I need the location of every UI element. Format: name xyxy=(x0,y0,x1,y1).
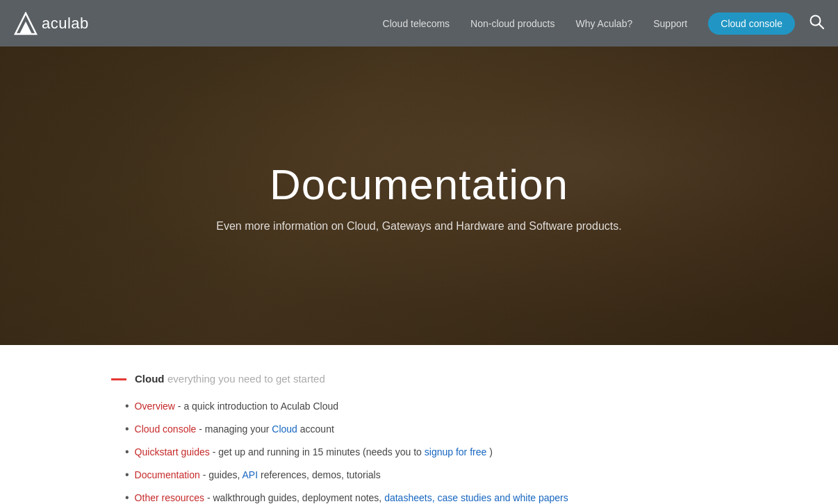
cloud-console-link[interactable]: Cloud console xyxy=(135,423,197,435)
svg-line-3 xyxy=(819,24,824,29)
cloud-console-button[interactable]: Cloud console xyxy=(708,12,795,35)
list-item: Documentation - guides, API references, … xyxy=(125,468,727,482)
list-item: Overview - a quick introduction to Acula… xyxy=(125,399,727,414)
nav-support[interactable]: Support xyxy=(653,18,687,29)
documentation-text2: references, demos, tutorials xyxy=(261,469,381,480)
documentation-text1: - guides, xyxy=(203,469,243,480)
other-resources-text1: - walkthrough guides, deployment notes, xyxy=(207,492,384,503)
section-dash-icon xyxy=(111,378,126,380)
content-section: Cloud everything you need to get started… xyxy=(0,345,838,504)
section-cloud-label: Cloud everything you need to get started xyxy=(135,373,325,385)
overview-text: - a quick introduction to Aculab Cloud xyxy=(178,401,338,412)
section-subtitle: everything you need to get started xyxy=(167,373,325,385)
quickstart-text1: - get up and running in 15 minutes (need… xyxy=(213,446,425,457)
overview-link[interactable]: Overview xyxy=(135,401,175,412)
hero-subtitle: Even more information on Cloud, Gateways… xyxy=(216,220,621,233)
search-icon[interactable] xyxy=(809,14,824,33)
hero-title: Documentation xyxy=(216,160,621,209)
hero-content: Documentation Even more information on C… xyxy=(216,160,621,233)
nav-cloud-telecoms[interactable]: Cloud telecoms xyxy=(383,18,450,29)
api-link[interactable]: API xyxy=(243,469,258,480)
list-item: Quickstart guides - get up and running i… xyxy=(125,445,727,460)
cloud-console-text1: - managing your xyxy=(199,423,272,435)
other-resources-link[interactable]: Other resources xyxy=(135,492,204,503)
logo-link[interactable]: aculab xyxy=(14,12,89,35)
signup-link[interactable]: signup for free xyxy=(425,446,487,457)
item-quickstart: Quickstart guides - get up and running i… xyxy=(135,445,493,460)
nav-non-cloud[interactable]: Non-cloud products xyxy=(470,18,554,29)
documentation-link[interactable]: Documentation xyxy=(135,469,200,480)
datasheets-link[interactable]: datasheets, case studies and white paper… xyxy=(384,492,568,503)
nav-why-aculab[interactable]: Why Aculab? xyxy=(576,18,633,29)
item-overview: Overview - a quick introduction to Acula… xyxy=(135,399,338,414)
section-cloud-word: Cloud xyxy=(135,373,165,385)
list-item: Other resources - walkthrough guides, de… xyxy=(125,491,727,504)
nav-links: Cloud telecoms Non-cloud products Why Ac… xyxy=(383,12,795,35)
item-documentation: Documentation - guides, API references, … xyxy=(135,468,381,482)
logo-text: aculab xyxy=(42,15,89,33)
item-other-resources: Other resources - walkthrough guides, de… xyxy=(135,491,568,504)
cloud-link[interactable]: Cloud xyxy=(272,423,297,435)
section-header: Cloud everything you need to get started xyxy=(111,373,727,385)
quickstart-text2: ) xyxy=(489,446,493,457)
item-cloud-console: Cloud console - managing your Cloud acco… xyxy=(135,422,334,437)
navbar: aculab Cloud telecoms Non-cloud products… xyxy=(0,0,838,47)
aculab-logo-icon xyxy=(14,12,38,35)
hero-section: Documentation Even more information on C… xyxy=(0,47,838,345)
resource-list: Overview - a quick introduction to Acula… xyxy=(111,399,727,504)
list-item: Cloud console - managing your Cloud acco… xyxy=(125,422,727,437)
quickstart-link[interactable]: Quickstart guides xyxy=(135,446,210,457)
cloud-console-text2: account xyxy=(300,423,334,435)
